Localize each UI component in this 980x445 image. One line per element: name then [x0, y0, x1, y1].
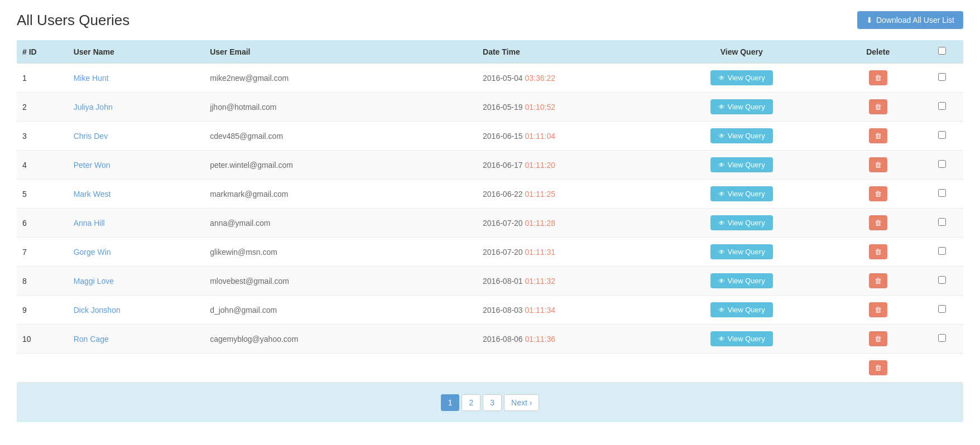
cell-check[interactable] [921, 267, 963, 296]
view-query-button[interactable]: 👁 View Query [710, 331, 773, 346]
download-icon: ⬇ [866, 16, 873, 25]
view-query-button[interactable]: 👁 View Query [710, 70, 773, 85]
cell-check[interactable] [921, 64, 963, 93]
cell-datetime: 2016-08-06 01:11:36 [477, 325, 648, 354]
cell-delete: 🗑 [835, 151, 921, 180]
view-query-button[interactable]: 👁 View Query [710, 186, 773, 201]
cell-check[interactable] [921, 325, 963, 354]
cell-viewquery: 👁 View Query [648, 209, 835, 238]
row-checkbox[interactable] [938, 305, 946, 313]
row-checkbox[interactable] [938, 131, 946, 139]
datetime-time: 01:11:04 [525, 132, 556, 141]
cell-id: 4 [17, 151, 68, 180]
trash-icon: 🗑 [875, 190, 882, 198]
col-header-check[interactable] [921, 40, 963, 64]
delete-button[interactable]: 🗑 [869, 244, 887, 259]
cell-check[interactable] [921, 180, 963, 209]
trash-icon: 🗑 [875, 248, 882, 256]
cell-check[interactable] [921, 209, 963, 238]
page-button-2[interactable]: 2 [462, 394, 481, 411]
view-query-label: View Query [728, 306, 765, 314]
eye-icon: 👁 [718, 132, 725, 140]
cell-name: Mark West [68, 180, 204, 209]
page-button-1[interactable]: 1 [441, 394, 460, 411]
cell-delete: 🗑 [835, 209, 921, 238]
eye-icon: 👁 [718, 190, 725, 198]
cell-check[interactable] [921, 151, 963, 180]
trash-icon: 🗑 [875, 335, 882, 343]
row-checkbox[interactable] [938, 160, 946, 168]
eye-icon: 👁 [718, 335, 725, 343]
view-query-button[interactable]: 👁 View Query [710, 244, 773, 259]
bottom-delete-button[interactable]: 🗑 [869, 360, 887, 375]
col-header-delete: Delete [835, 40, 921, 64]
view-query-button[interactable]: 👁 View Query [710, 99, 773, 114]
cell-email: glikewin@msn.com [204, 238, 477, 267]
view-query-button[interactable]: 👁 View Query [710, 302, 773, 317]
delete-button[interactable]: 🗑 [869, 157, 887, 172]
delete-button[interactable]: 🗑 [869, 302, 887, 317]
row-checkbox[interactable] [938, 73, 946, 81]
row-checkbox[interactable] [938, 218, 946, 226]
row-checkbox[interactable] [938, 102, 946, 110]
view-query-button[interactable]: 👁 View Query [710, 128, 773, 143]
view-query-label: View Query [728, 190, 765, 198]
eye-icon: 👁 [718, 248, 725, 256]
cell-check[interactable] [921, 296, 963, 325]
row-checkbox[interactable] [938, 334, 946, 342]
cell-datetime: 2016-06-17 01:11:20 [477, 151, 648, 180]
trash-icon: 🗑 [875, 132, 882, 140]
datetime-time: 01:11:32 [525, 277, 556, 286]
eye-icon: 👁 [718, 306, 725, 314]
datetime-time: 01:11:28 [525, 219, 556, 228]
delete-button[interactable]: 🗑 [869, 186, 887, 201]
cell-id: 6 [17, 209, 68, 238]
datetime-time: 01:11:31 [525, 248, 556, 257]
cell-check[interactable] [921, 93, 963, 122]
cell-delete: 🗑 [835, 180, 921, 209]
page-header: All Users Queries ⬇ Download All User Li… [17, 11, 963, 29]
view-query-button[interactable]: 👁 View Query [710, 157, 773, 172]
row-checkbox[interactable] [938, 189, 946, 197]
cell-id: 3 [17, 122, 68, 151]
empty-row: 🗑 [17, 354, 963, 383]
delete-button[interactable]: 🗑 [869, 215, 887, 230]
trash-icon: 🗑 [875, 306, 882, 314]
view-query-label: View Query [728, 161, 765, 169]
page-button-3[interactable]: 3 [483, 394, 502, 411]
cell-check[interactable] [921, 122, 963, 151]
row-checkbox[interactable] [938, 247, 946, 255]
cell-datetime: 2016-06-15 01:11:04 [477, 122, 648, 151]
col-header-viewquery: View Query [648, 40, 835, 64]
cell-email: d_john@gmail.com [204, 296, 477, 325]
next-page-button[interactable]: Next › [504, 394, 539, 411]
cell-check[interactable] [921, 238, 963, 267]
cell-id: 5 [17, 180, 68, 209]
cell-name: Ron Cage [68, 325, 204, 354]
eye-icon: 👁 [718, 74, 725, 82]
view-query-button[interactable]: 👁 View Query [710, 215, 773, 230]
select-all-checkbox[interactable] [938, 47, 946, 55]
cell-viewquery: 👁 View Query [648, 64, 835, 93]
cell-datetime: 2016-08-03 01:11:34 [477, 296, 648, 325]
view-query-label: View Query [728, 219, 765, 227]
download-all-button[interactable]: ⬇ Download All User List [857, 11, 963, 29]
row-checkbox[interactable] [938, 276, 946, 284]
delete-button[interactable]: 🗑 [869, 128, 887, 143]
cell-viewquery: 👁 View Query [648, 180, 835, 209]
datetime-time: 01:11:34 [525, 306, 556, 315]
cell-name: Juliya John [68, 93, 204, 122]
delete-button[interactable]: 🗑 [869, 331, 887, 346]
delete-button[interactable]: 🗑 [869, 70, 887, 85]
delete-button[interactable]: 🗑 [869, 99, 887, 114]
cell-viewquery: 👁 View Query [648, 122, 835, 151]
cell-viewquery: 👁 View Query [648, 296, 835, 325]
cell-delete: 🗑 [835, 93, 921, 122]
cell-id: 1 [17, 64, 68, 93]
cell-datetime: 2016-06-22 01:11:25 [477, 180, 648, 209]
cell-email: cagemyblog@yahoo.com [204, 325, 477, 354]
view-query-button[interactable]: 👁 View Query [710, 273, 773, 288]
page-title: All Users Queries [17, 12, 129, 29]
cell-delete: 🗑 [835, 296, 921, 325]
delete-button[interactable]: 🗑 [869, 273, 887, 288]
